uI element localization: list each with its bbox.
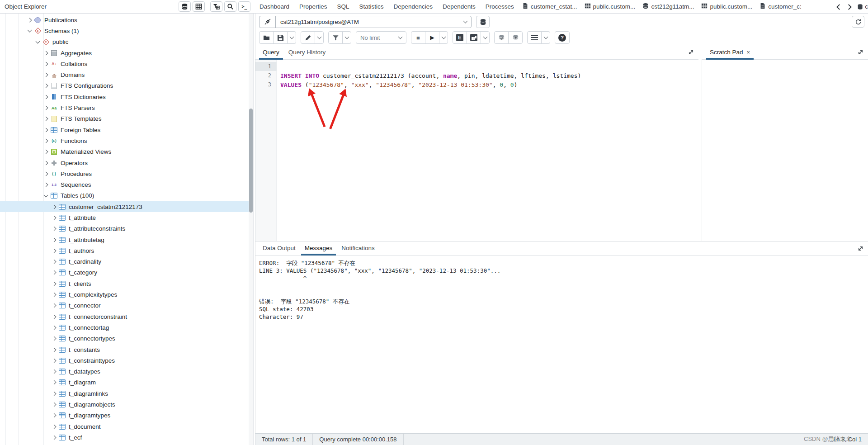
chevron-right-icon[interactable] bbox=[52, 204, 57, 209]
query-tool-tab-4[interactable]: customer_c: bbox=[760, 3, 802, 10]
tree-item-foreign-tables[interactable]: Foreign Tables bbox=[0, 124, 248, 135]
explain-menu-chevron-icon[interactable] bbox=[481, 31, 490, 44]
query-tool-tab-3[interactable]: public.custom... bbox=[701, 3, 752, 10]
tree-item-t-ecf[interactable]: t_ecf bbox=[0, 432, 248, 443]
tree-item-t-constants[interactable]: t_constants bbox=[0, 344, 248, 355]
commit-icon[interactable] bbox=[494, 31, 509, 44]
chevron-right-icon[interactable] bbox=[52, 303, 57, 308]
tree-item-t-connectortag[interactable]: t_connectortag bbox=[0, 322, 248, 333]
close-icon[interactable]: × bbox=[747, 49, 750, 56]
tree-item-customer-cstatm21212173[interactable]: customer_cstatm21212173 bbox=[0, 201, 253, 212]
tab-messages[interactable]: Messages bbox=[300, 242, 337, 255]
save-icon[interactable] bbox=[273, 31, 288, 44]
tree-item-schemas-1-[interactable]: Schemas (1) bbox=[0, 25, 248, 36]
tree-item-t-datatypes[interactable]: t_datatypes bbox=[0, 366, 248, 377]
tree-item-fts-configurations[interactable]: FTS Configurations bbox=[0, 80, 248, 91]
tree-scrollbar-thumb[interactable] bbox=[249, 109, 253, 213]
rollback-icon[interactable] bbox=[508, 31, 523, 44]
tree-item-functions[interactable]: (ε)Functions bbox=[0, 135, 248, 146]
execute-menu-chevron-icon[interactable] bbox=[439, 31, 448, 44]
tab-dashboard[interactable]: Dashboard bbox=[259, 3, 289, 10]
tab-properties[interactable]: Properties bbox=[299, 3, 327, 10]
chevron-right-icon[interactable] bbox=[52, 326, 57, 330]
tab-notifications[interactable]: Notifications bbox=[337, 242, 379, 255]
chevron-right-icon[interactable] bbox=[52, 248, 57, 253]
tree-item-operators[interactable]: Operators bbox=[0, 157, 248, 168]
tab-statistics[interactable]: Statistics bbox=[359, 3, 384, 10]
expand-scratch-pad-icon[interactable] bbox=[858, 49, 863, 57]
chevron-right-icon[interactable] bbox=[52, 402, 57, 407]
tab-data-output[interactable]: Data Output bbox=[258, 242, 300, 255]
chevron-right-icon[interactable] bbox=[44, 73, 48, 77]
chevron-right-icon[interactable] bbox=[52, 314, 57, 319]
tree-item-t-cardinality[interactable]: t_cardinality bbox=[0, 256, 248, 267]
scroll-tabs-left-icon[interactable] bbox=[835, 4, 842, 10]
tree-item-t-connectorconstraint[interactable]: t_connectorconstraint bbox=[0, 311, 248, 322]
chevron-right-icon[interactable] bbox=[44, 150, 48, 154]
help-icon[interactable]: ? bbox=[555, 31, 570, 44]
tree-item-procedures[interactable]: ( )Procedures bbox=[0, 168, 248, 179]
tab-dependents[interactable]: Dependents bbox=[443, 3, 476, 10]
chevron-right-icon[interactable] bbox=[44, 62, 48, 66]
tab-processes[interactable]: Processes bbox=[486, 3, 514, 10]
row-limit-select[interactable]: No limit bbox=[356, 31, 406, 44]
chevron-right-icon[interactable] bbox=[44, 106, 48, 110]
tree-item-t-connector[interactable]: t_connector bbox=[0, 300, 248, 311]
chevron-down-icon[interactable] bbox=[36, 39, 40, 43]
tab-query-history[interactable]: Query History bbox=[284, 46, 330, 59]
chevron-right-icon[interactable] bbox=[44, 171, 48, 176]
editor-line-3[interactable]: 3VALUES ("12345678", "xxx", "12345678", … bbox=[255, 80, 698, 89]
scratch-pad-content[interactable] bbox=[702, 60, 868, 241]
query-tool-tab-1[interactable]: public.custom... bbox=[585, 3, 636, 10]
chevron-right-icon[interactable] bbox=[44, 95, 48, 99]
tree-item-t-document[interactable]: t_document bbox=[0, 421, 248, 432]
tree-item-t-diagramobjects[interactable]: t_diagramobjects bbox=[0, 399, 248, 410]
tree-item-t-efforttypes[interactable]: t_efforttypes bbox=[0, 443, 248, 445]
chevron-right-icon[interactable] bbox=[44, 117, 48, 121]
objects-icon[interactable] bbox=[179, 1, 191, 12]
tree-scrollbar[interactable] bbox=[249, 14, 253, 445]
chevron-right-icon[interactable] bbox=[52, 380, 57, 385]
macros-icon[interactable] bbox=[527, 31, 542, 44]
query-tool-tab-2[interactable]: cst212g11atm... bbox=[642, 3, 694, 10]
chevron-right-icon[interactable] bbox=[52, 336, 57, 341]
chevron-right-icon[interactable] bbox=[52, 391, 57, 396]
chevron-right-icon[interactable] bbox=[44, 183, 48, 187]
tree-item-fts-templates[interactable]: FTS Templates bbox=[0, 114, 248, 124]
editor-line-2[interactable]: 2INSERT INTO customer_cstatm21212173 (ac… bbox=[255, 71, 698, 80]
tab-dependencies[interactable]: Dependencies bbox=[394, 3, 433, 10]
tree-item-materialized-views[interactable]: Materialized Views bbox=[0, 147, 248, 157]
grid-view-icon[interactable] bbox=[193, 1, 205, 12]
connection-select[interactable]: cst212g11atm/postgres@ATM bbox=[259, 16, 472, 28]
filter-table-icon[interactable] bbox=[210, 1, 222, 12]
tree-item-aggregates[interactable]: Aggregates bbox=[0, 47, 248, 58]
stop-icon[interactable]: ■ bbox=[411, 31, 425, 44]
chevron-right-icon[interactable] bbox=[28, 18, 32, 22]
tree-item-publications[interactable]: Publications bbox=[0, 14, 248, 25]
tree-item-fts-parsers[interactable]: AaFTS Parsers bbox=[0, 102, 248, 113]
tree-item-t-diagramlinks[interactable]: t_diagramlinks bbox=[0, 388, 248, 399]
macros-menu-chevron-icon[interactable] bbox=[541, 31, 550, 44]
editor-line-1[interactable]: 1 bbox=[255, 62, 698, 71]
chevron-right-icon[interactable] bbox=[52, 424, 57, 429]
tree-item-t-attributeconstraints[interactable]: t_attributeconstraints bbox=[0, 223, 248, 234]
tree-item-t-constrainttypes[interactable]: t_constrainttypes bbox=[0, 355, 248, 366]
tree-item-collations[interactable]: A↓Collations bbox=[0, 58, 248, 69]
expand-editor-icon[interactable] bbox=[688, 49, 694, 57]
chevron-right-icon[interactable] bbox=[52, 227, 57, 231]
tree-item-t-authors[interactable]: t_authors bbox=[0, 245, 248, 256]
open-file-icon[interactable] bbox=[259, 31, 274, 44]
chevron-right-icon[interactable] bbox=[44, 138, 48, 143]
search-icon[interactable] bbox=[224, 1, 236, 12]
sql-editor[interactable]: 12INSERT INTO customer_cstatm21212173 (a… bbox=[255, 60, 698, 241]
chevron-down-icon[interactable] bbox=[44, 193, 48, 197]
edit-menu-chevron-icon[interactable] bbox=[315, 31, 324, 44]
chevron-right-icon[interactable] bbox=[44, 84, 48, 88]
scroll-tabs-right-icon[interactable] bbox=[846, 4, 853, 10]
tree-item-t-attribute[interactable]: t_attribute bbox=[0, 212, 248, 223]
refresh-icon[interactable] bbox=[852, 16, 864, 28]
save-menu-chevron-icon[interactable] bbox=[287, 31, 296, 44]
tree-item-t-attributetag[interactable]: t_attributetag bbox=[0, 234, 248, 245]
chevron-right-icon[interactable] bbox=[44, 161, 48, 165]
tree-item-fts-dictionaries[interactable]: FTS Dictionaries bbox=[0, 91, 248, 102]
